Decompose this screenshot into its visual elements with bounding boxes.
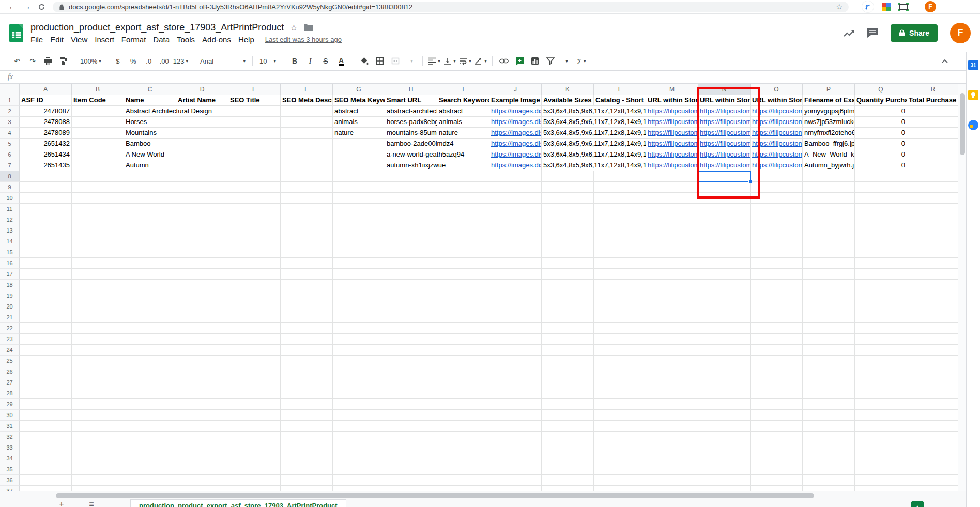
cell-F32[interactable]: [281, 432, 333, 442]
cell-Q16[interactable]: [855, 258, 907, 269]
cell-A37[interactable]: [20, 486, 72, 491]
cell-L35[interactable]: [594, 464, 646, 475]
cell-H28[interactable]: [385, 388, 437, 399]
cell-L15[interactable]: [594, 247, 646, 258]
cell-J23[interactable]: [489, 334, 542, 345]
cell-G27[interactable]: [333, 377, 385, 388]
cell-H22[interactable]: [385, 323, 437, 334]
cell-Q34[interactable]: [855, 453, 907, 464]
cell-Q12[interactable]: [855, 214, 907, 225]
column-header-C[interactable]: C: [124, 84, 176, 95]
create-filter-button[interactable]: [544, 54, 557, 68]
cell-A6[interactable]: 2651434: [20, 149, 72, 160]
activity-trend-icon[interactable]: [844, 28, 855, 38]
cell-M8[interactable]: [646, 171, 698, 182]
cell-F15[interactable]: [281, 247, 333, 258]
cell-J5[interactable]: https://images.dis: [489, 139, 542, 149]
add-sheet-button[interactable]: +: [54, 499, 69, 507]
cell-H8[interactable]: [385, 171, 437, 182]
cell-D31[interactable]: [176, 421, 228, 432]
cell-G32[interactable]: [333, 432, 385, 442]
cell-Q14[interactable]: [855, 236, 907, 247]
cell-K26[interactable]: [542, 366, 594, 377]
cell-D35[interactable]: [176, 464, 228, 475]
column-header-H[interactable]: H: [385, 84, 437, 95]
cell-E34[interactable]: [228, 453, 281, 464]
cell-I21[interactable]: [437, 312, 489, 323]
cell-B31[interactable]: [72, 421, 124, 432]
cell-I14[interactable]: [437, 236, 489, 247]
sheet-tab[interactable]: production_product_export_asf_store_1790…: [130, 499, 346, 507]
cell-L23[interactable]: [594, 334, 646, 345]
cell-F27[interactable]: [281, 377, 333, 388]
cell-M35[interactable]: [646, 464, 698, 475]
column-header-M[interactable]: M: [646, 84, 698, 95]
cell-F20[interactable]: [281, 301, 333, 312]
cell-H4[interactable]: mountains-85um: [385, 128, 437, 139]
cell-H3[interactable]: horses-padx8ebgs: [385, 117, 437, 128]
cell-M9[interactable]: [646, 182, 698, 193]
menu-file[interactable]: File: [27, 35, 47, 44]
cell-I10[interactable]: [437, 193, 489, 204]
cell-H24[interactable]: [385, 345, 437, 356]
cell-N34[interactable]: [698, 453, 751, 464]
cell-N25[interactable]: [698, 356, 751, 366]
cell-O34[interactable]: [751, 453, 803, 464]
cell-B16[interactable]: [72, 258, 124, 269]
cell-G6[interactable]: [333, 149, 385, 160]
cell-M20[interactable]: [646, 301, 698, 312]
row-header-31[interactable]: 31: [0, 421, 20, 432]
cell-R26[interactable]: [907, 366, 959, 377]
cell-L18[interactable]: [594, 280, 646, 290]
cell-K36[interactable]: [542, 475, 594, 486]
cell-L34[interactable]: [594, 453, 646, 464]
cell-K11[interactable]: [542, 204, 594, 214]
cell-L25[interactable]: [594, 356, 646, 366]
cell-E29[interactable]: [228, 399, 281, 410]
row-header-26[interactable]: 26: [0, 366, 20, 377]
more-formats-button[interactable]: 123▾: [173, 54, 188, 68]
cell-M27[interactable]: [646, 377, 698, 388]
cell-N21[interactable]: [698, 312, 751, 323]
cell-R11[interactable]: [907, 204, 959, 214]
cell-B15[interactable]: [72, 247, 124, 258]
cell-P20[interactable]: [803, 301, 855, 312]
column-header-F[interactable]: F: [281, 84, 333, 95]
cell-J10[interactable]: [489, 193, 542, 204]
cell-K27[interactable]: [542, 377, 594, 388]
cell-R15[interactable]: [907, 247, 959, 258]
cell-C31[interactable]: [124, 421, 176, 432]
row-header-21[interactable]: 21: [0, 312, 20, 323]
cell-O21[interactable]: [751, 312, 803, 323]
cell-Q1[interactable]: Quantity Purchas: [855, 95, 907, 106]
cell-A8[interactable]: [20, 171, 72, 182]
cell-D16[interactable]: [176, 258, 228, 269]
column-header-E[interactable]: E: [228, 84, 281, 95]
cell-C32[interactable]: [124, 432, 176, 442]
cell-P12[interactable]: [803, 214, 855, 225]
tasks-icon[interactable]: [968, 120, 978, 130]
cell-L21[interactable]: [594, 312, 646, 323]
cell-D4[interactable]: [176, 128, 228, 139]
cell-R20[interactable]: [907, 301, 959, 312]
google-extension-icon[interactable]: [882, 3, 891, 11]
cell-Q11[interactable]: [855, 204, 907, 214]
cell-A20[interactable]: [20, 301, 72, 312]
cell-K24[interactable]: [542, 345, 594, 356]
cell-M6[interactable]: https://filipcustom: [646, 149, 698, 160]
cell-G2[interactable]: abstract: [333, 106, 385, 117]
account-avatar[interactable]: F: [950, 23, 971, 43]
cell-O24[interactable]: [751, 345, 803, 356]
cell-K34[interactable]: [542, 453, 594, 464]
cell-B7[interactable]: [72, 160, 124, 171]
cell-K9[interactable]: [542, 182, 594, 193]
cell-F11[interactable]: [281, 204, 333, 214]
row-header-37[interactable]: 37: [0, 486, 20, 491]
cell-G15[interactable]: [333, 247, 385, 258]
cell-N16[interactable]: [698, 258, 751, 269]
insert-link-button[interactable]: [497, 54, 511, 68]
menu-data[interactable]: Data: [149, 35, 173, 44]
cell-A15[interactable]: [20, 247, 72, 258]
cell-N13[interactable]: [698, 225, 751, 236]
cell-P8[interactable]: [803, 171, 855, 182]
